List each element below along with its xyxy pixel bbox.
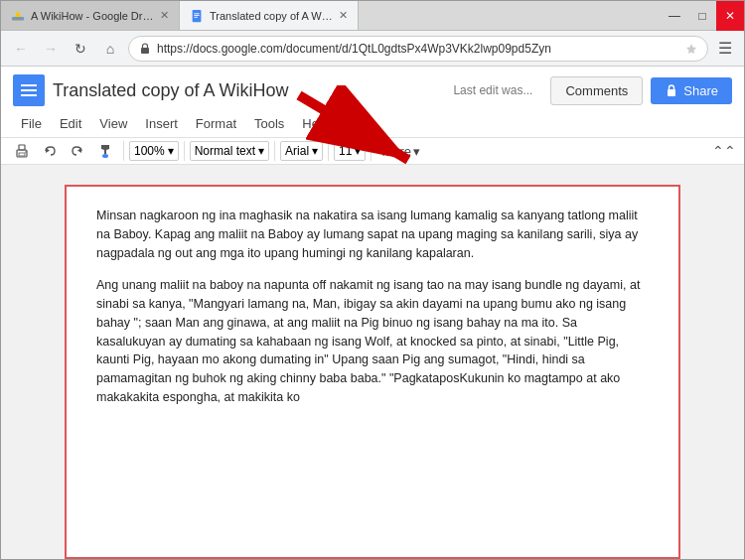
forward-button[interactable]: → [39,37,63,61]
svg-rect-4 [194,13,199,14]
menu-tools[interactable]: Tools [246,112,292,135]
svg-marker-8 [686,44,696,54]
docs-action-buttons: Comments Share [550,76,732,105]
comments-button[interactable]: Comments [550,76,643,105]
paragraph-2: Ang unang maliit na baboy na napunta off… [96,276,649,406]
tab-label-drive: A WikiHow - Google Drive ... [31,10,154,22]
size-value: 11 [339,144,352,158]
style-select[interactable]: Normal text ▾ [190,141,269,161]
menu-edit[interactable]: Edit [52,112,89,135]
svg-rect-11 [19,145,25,150]
docs-header: Translated copy of A WikiHow Last edit w… [1,67,744,165]
zoom-select[interactable]: 100% ▾ [129,141,179,161]
maximize-button[interactable]: □ [688,1,716,31]
share-label: Share [683,83,718,98]
tab-translated-doc[interactable]: Translated copy of A Wiki ... ✕ [180,1,359,30]
doc-area: Minsan nagkaroon ng ina maghasik na naka… [1,165,744,559]
zoom-value: 100% [134,144,165,158]
menu-file[interactable]: File [13,112,50,135]
print-button[interactable] [9,140,35,162]
print-icon [14,143,30,159]
menu-bar: File Edit View Insert Format Tools Help [1,110,744,137]
zoom-dropdown-icon: ▾ [168,144,174,158]
url-bar[interactable]: https://docs.google.com/document/d/1QtL0… [128,36,708,62]
font-value: Arial [285,144,309,158]
back-button[interactable]: ← [9,37,33,61]
share-button[interactable]: Share [651,77,732,104]
title-bar: A WikiHow - Google Drive ... ✕ Translate… [1,1,744,31]
close-button[interactable]: ✕ [716,1,744,31]
tab-wikihow-drive[interactable]: A WikiHow - Google Drive ... ✕ [1,1,180,30]
size-dropdown-icon: ▾ [355,144,361,158]
svg-marker-15 [77,148,81,153]
svg-point-17 [102,154,108,158]
toolbar-collapse-button[interactable]: ⌃⌃ [712,143,736,159]
style-value: Normal text [195,144,255,158]
document-page: Minsan nagkaroon ng ina maghasik na naka… [65,185,680,559]
paint-format-button[interactable] [92,140,118,162]
menu-format[interactable]: Format [188,112,244,135]
redo-button[interactable] [65,140,90,162]
hamburger-icon [21,84,37,96]
paint-icon [97,143,113,159]
separator-4 [328,141,329,161]
undo-button[interactable] [37,140,63,162]
menu-view[interactable]: View [91,112,135,135]
font-select[interactable]: Arial ▾ [280,141,323,161]
undo-icon [42,143,58,159]
separator-1 [123,141,124,161]
font-dropdown-icon: ▾ [312,144,318,158]
window-controls: — □ ✕ [661,1,744,30]
address-bar: ← → ↻ ⌂ https://docs.google.com/document… [1,31,744,67]
tab-close-docs[interactable]: ✕ [339,9,348,22]
docs-hamburger-button[interactable] [13,74,45,106]
docs-tab-icon [190,9,204,23]
menu-insert[interactable]: Insert [137,112,186,135]
docs-title-bar: Translated copy of A WikiHow Last edit w… [1,67,744,110]
format-toolbar: 100% ▾ Normal text ▾ Arial ▾ 11 ▾ More ▾ [1,137,744,164]
separator-2 [184,141,185,161]
svg-rect-12 [19,153,25,156]
document-title[interactable]: Translated copy of A WikiHow [53,80,435,101]
separator-3 [274,141,275,161]
last-edit-text: Last edit was... [443,83,542,97]
paragraph-1: Minsan nagkaroon ng ina maghasik na naka… [96,207,649,262]
home-button[interactable]: ⌂ [98,37,122,61]
svg-rect-9 [668,89,675,96]
star-icon [685,43,697,55]
more-label: More [381,144,411,159]
separator-5 [371,141,372,161]
lock-share-icon [665,83,678,97]
svg-rect-7 [141,48,149,54]
svg-rect-1 [12,16,24,20]
menu-help[interactable]: Help [294,112,337,135]
drive-tab-icon [11,9,25,23]
reload-button[interactable]: ↻ [69,37,92,61]
svg-rect-5 [194,15,199,16]
browser-menu-icon[interactable]: ☰ [714,35,736,62]
tab-close-drive[interactable]: ✕ [160,9,169,22]
redo-icon [70,143,85,159]
more-button[interactable]: More ▾ [376,141,425,162]
style-dropdown-icon: ▾ [258,144,264,158]
svg-point-13 [25,151,27,153]
more-dropdown-icon: ▾ [413,144,420,159]
minimize-button[interactable]: — [661,1,688,31]
svg-rect-6 [194,16,198,17]
url-text: https://docs.google.com/document/d/1QtL0… [157,42,679,56]
svg-marker-14 [46,148,50,153]
lock-icon [139,43,151,55]
size-select[interactable]: 11 ▾ [334,141,366,161]
svg-rect-16 [104,149,106,154]
tab-label-docs: Translated copy of A Wiki ... [210,10,333,22]
